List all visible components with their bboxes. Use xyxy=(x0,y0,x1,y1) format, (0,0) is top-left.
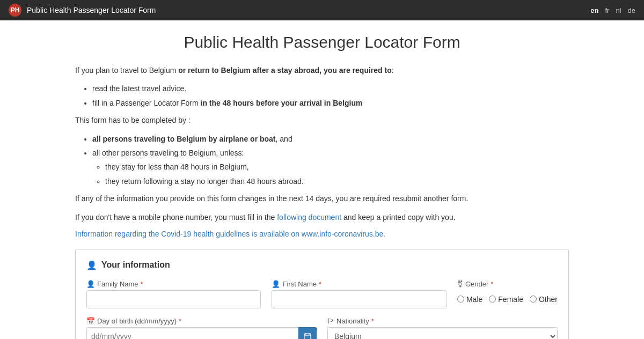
notice-mobile: If you don't have a mobile phone number,… xyxy=(75,211,569,223)
lang-en[interactable]: en xyxy=(590,6,598,14)
gender-female-label: Female xyxy=(498,295,523,304)
following-document-link[interactable]: following document xyxy=(277,213,341,222)
intro-bullet-list: read the latest travel advice. fill in a… xyxy=(92,83,569,109)
lang-de[interactable]: de xyxy=(628,6,635,14)
bullet-travel-advice: read the latest travel advice. xyxy=(92,83,569,94)
gender-other-option[interactable]: Other xyxy=(530,295,558,304)
gender-label: ⚧ Gender * xyxy=(457,280,558,288)
app-header: PH Public Health Passenger Locator Form … xyxy=(0,0,644,20)
gender-male-radio[interactable] xyxy=(457,296,464,303)
covid-info-link[interactable]: Information regarding the Covid-19 healt… xyxy=(75,230,569,238)
bullet-airplane-boat: all persons traveling to Belgium by airp… xyxy=(92,133,569,145)
app-logo: PH xyxy=(9,4,21,17)
calendar-button[interactable] xyxy=(298,327,317,339)
svg-rect-0 xyxy=(304,334,311,339)
family-name-input[interactable] xyxy=(86,290,261,308)
header-title: Public Health Passenger Locator Form xyxy=(27,6,156,14)
family-name-label: 👤 Family Name * xyxy=(86,280,261,288)
nationality-group: 🏳 Nationality * Belgium France Germany N… xyxy=(327,317,558,339)
section-header-your-info: 👤 Your information xyxy=(86,260,558,270)
gender-group: ⚧ Gender * Male Female Other xyxy=(457,280,558,308)
first-name-req: * xyxy=(319,280,321,288)
first-name-label: 👤 First Name * xyxy=(272,280,446,288)
calendar-btn-icon xyxy=(304,333,311,339)
header-left: PH Public Health Passenger Locator Form xyxy=(9,4,156,17)
person-icon: 👤 xyxy=(86,260,97,270)
calendar-icon: 📅 xyxy=(86,317,95,325)
form-row-dob-nat: 📅 Day of birth (dd/mm/yyyy) * xyxy=(86,317,558,339)
nationality-label: 🏳 Nationality * xyxy=(327,317,558,325)
gender-other-radio[interactable] xyxy=(530,296,537,303)
sub-bullet-return-48: they return following a stay no longer t… xyxy=(105,175,569,187)
flag-icon: 🏳 xyxy=(327,317,334,325)
dob-input-wrapper xyxy=(86,327,317,339)
family-name-group: 👤 Family Name * xyxy=(86,280,261,308)
dob-label: 📅 Day of birth (dd/mm/yyyy) * xyxy=(86,317,317,325)
family-name-req: * xyxy=(141,280,143,288)
bullet-other-persons: all other persons traveling to Belgium, … xyxy=(92,147,569,187)
completed-by-text: This form has to be completed by : xyxy=(75,114,569,126)
first-name-input[interactable] xyxy=(272,290,446,308)
dob-req: * xyxy=(179,317,181,325)
gender-other-label: Other xyxy=(539,295,558,304)
gender-options: Male Female Other xyxy=(457,290,558,308)
your-information-section: 👤 Your information 👤 Family Name * 👤 Fir… xyxy=(75,249,569,339)
language-switcher: en fr nl de xyxy=(590,6,635,14)
gender-male-option[interactable]: Male xyxy=(457,295,482,304)
completed-by-list: all persons traveling to Belgium by airp… xyxy=(92,133,569,188)
lang-nl[interactable]: nl xyxy=(616,6,621,14)
intro-line1: If you plan to travel to Belgium or retu… xyxy=(75,64,569,76)
gender-female-radio[interactable] xyxy=(489,296,496,303)
person-icon-first: 👤 xyxy=(272,280,280,288)
lang-fr[interactable]: fr xyxy=(605,6,609,14)
gender-req: * xyxy=(491,280,493,288)
dob-group: 📅 Day of birth (dd/mm/yyyy) * xyxy=(86,317,317,339)
dob-input[interactable] xyxy=(86,327,298,339)
form-row-names: 👤 Family Name * 👤 First Name * ⚧ Gender xyxy=(86,280,558,308)
bullet-fill-form: fill in a Passenger Locator Form in the … xyxy=(92,97,569,109)
page-title: Public Health Passenger Locator Form xyxy=(75,33,569,51)
gender-icon: ⚧ xyxy=(457,280,463,288)
nationality-select[interactable]: Belgium France Germany Netherlands Other xyxy=(327,327,558,339)
notice-resubmit: If any of the information you provide on… xyxy=(75,193,569,204)
section-title: Your information xyxy=(101,260,170,270)
first-name-group: 👤 First Name * xyxy=(272,280,446,308)
gender-female-option[interactable]: Female xyxy=(489,295,523,304)
main-content: Public Health Passenger Locator Form If … xyxy=(64,20,580,339)
logo-text: PH xyxy=(11,6,20,14)
sub-bullet-less-48: they stay for less than 48 hours in Belg… xyxy=(105,161,569,173)
person-icon-family: 👤 xyxy=(86,280,95,288)
gender-male-label: Male xyxy=(466,295,482,304)
nationality-req: * xyxy=(371,317,374,325)
